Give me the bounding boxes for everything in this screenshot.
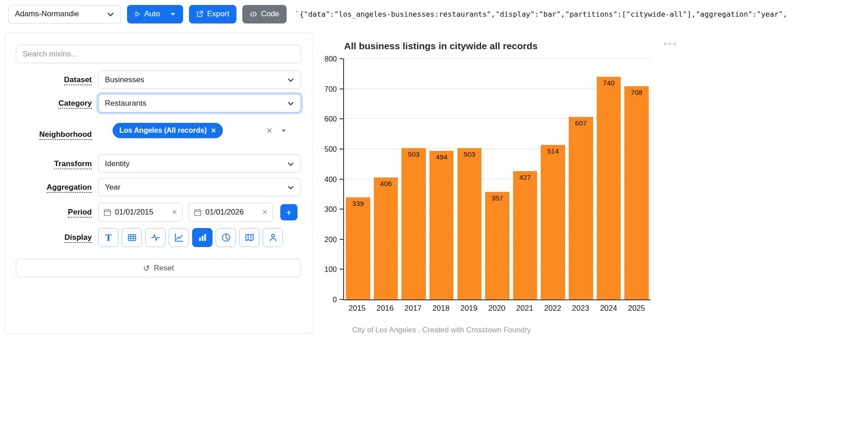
category-select[interactable]: Restaurants [98, 94, 301, 112]
reset-icon: ↺ [143, 263, 150, 273]
bar: 494 [429, 151, 454, 299]
y-axis-label: 700 [324, 84, 337, 93]
caret-down-icon[interactable] [281, 128, 287, 134]
y-axis-label: 300 [324, 205, 337, 214]
bar-value-label: 406 [374, 180, 398, 188]
bar-slot: 740 [595, 59, 623, 299]
person-display-button[interactable] [263, 228, 283, 247]
transform-label: Transform [16, 159, 92, 168]
person-icon [269, 233, 278, 242]
x-axis-label: 2021 [511, 304, 539, 313]
map-display-button[interactable] [239, 228, 259, 247]
chevron-down-icon [287, 100, 294, 107]
query-builder-panel: Dataset Businesses Category Restaurants … [5, 33, 312, 334]
search-input[interactable] [16, 45, 301, 63]
pulse-icon [151, 233, 160, 242]
transform-select[interactable]: Identity [98, 154, 301, 173]
calendar-icon [194, 209, 202, 216]
chip-remove-icon[interactable]: ✕ [211, 127, 216, 134]
chart-caption: City of Los Angeles . Created with Cross… [352, 326, 682, 334]
dataset-row: Dataset Businesses [16, 70, 301, 89]
neighborhood-multiselect[interactable]: Los Angeles (All records) ✕ ✕ [98, 120, 301, 141]
bar: 339 [346, 197, 370, 299]
pulse-display-button[interactable] [145, 228, 165, 247]
text-display-button[interactable]: T [98, 228, 118, 247]
y-axis-label: 600 [324, 115, 337, 123]
x-axis-label: 2019 [455, 304, 483, 313]
aggregation-select-value: Year [105, 183, 120, 192]
auto-button[interactable]: Auto [127, 5, 183, 23]
pie-display-button[interactable] [216, 228, 236, 247]
y-axis-tick [340, 209, 343, 210]
bar-value-label: 607 [569, 119, 593, 127]
y-axis-tick [340, 118, 343, 119]
bar-chart-icon [198, 233, 207, 242]
x-axis-label: 2018 [427, 304, 455, 313]
x-axis-labels: 2015201620172018201920202021202220232024… [343, 304, 651, 313]
calendar-icon [104, 209, 111, 216]
y-axis-tick [340, 269, 343, 270]
code-button[interactable]: Code [242, 5, 287, 23]
dataset-select[interactable]: Businesses [98, 70, 301, 89]
clear-all-icon[interactable]: ✕ [266, 126, 273, 135]
bar-slot: 503 [400, 59, 428, 299]
export-button-label: Export [207, 9, 229, 19]
caret-down-icon [170, 11, 176, 17]
category-row: Category Restaurants [16, 94, 301, 112]
transform-select-value: Identity [105, 159, 130, 168]
aggregation-select[interactable]: Year [98, 178, 301, 196]
y-axis-tick [340, 58, 343, 59]
bar-slot: 406 [372, 59, 400, 299]
reset-button[interactable]: ↺ Reset [16, 259, 301, 277]
auto-button-label: Auto [144, 9, 160, 19]
line-chart-icon [175, 233, 184, 242]
export-icon [196, 10, 203, 18]
y-axis-label: 200 [324, 235, 337, 243]
bar-value-label: 427 [513, 173, 538, 182]
y-axis-tick [340, 179, 343, 180]
neighborhood-selector[interactable]: Adams-Normandie [8, 5, 121, 23]
period-start-input[interactable]: 01/01/2015 ✕ [98, 203, 183, 222]
display-label: Display [16, 233, 92, 242]
query-code-text: `{"data":"los_angeles-businesses:restaur… [292, 10, 868, 19]
code-button-label: Code [261, 9, 279, 19]
chart-plot: 0100200300400500600700800339406503494503… [343, 59, 651, 300]
add-period-button[interactable]: + [280, 204, 297, 220]
x-axis-label: 2023 [566, 304, 594, 313]
chart-title: All business listings in citywide all re… [344, 41, 682, 51]
export-button[interactable]: Export [189, 5, 236, 23]
y-axis-label: 100 [324, 265, 337, 274]
line-chart-display-button[interactable] [169, 228, 189, 247]
chart-menu-button[interactable]: ••• [663, 38, 678, 50]
bar: 503 [458, 148, 482, 299]
x-axis-label: 2020 [483, 304, 511, 313]
pie-icon [222, 233, 231, 242]
chevron-down-icon [287, 160, 294, 168]
neighborhood-row: Neighborhood Los Angeles (All records) ✕… [16, 120, 301, 149]
bar-value-label: 503 [458, 150, 482, 159]
bar: 607 [569, 117, 593, 299]
bar-slot: 514 [539, 59, 567, 299]
period-end-input[interactable]: 01/01/2026 ✕ [189, 203, 273, 222]
y-axis-label: 500 [324, 145, 337, 153]
dataset-label: Dataset [16, 75, 92, 84]
x-axis-label: 2016 [371, 304, 399, 313]
bar-value-label: 514 [541, 147, 565, 155]
aggregation-label: Aggregation [16, 183, 92, 192]
y-axis-label: 400 [324, 175, 337, 183]
neighborhood-chip-label: Los Angeles (All records) [119, 126, 207, 135]
table-display-button[interactable] [122, 228, 142, 247]
bar: 503 [401, 148, 426, 299]
aggregation-row: Aggregation Year [16, 178, 301, 196]
bar-value-label: 357 [485, 194, 509, 202]
neighborhood-chip[interactable]: Los Angeles (All records) ✕ [113, 123, 223, 138]
clear-date-icon[interactable]: ✕ [171, 208, 177, 216]
bar-slot: 607 [567, 59, 595, 299]
bar: 406 [374, 177, 398, 299]
x-axis-label: 2015 [343, 304, 371, 313]
bar-chart-display-button[interactable] [192, 228, 212, 247]
clear-date-icon[interactable]: ✕ [262, 208, 268, 216]
y-axis-tick [340, 89, 343, 89]
dataset-select-value: Businesses [105, 75, 144, 84]
bar: 427 [513, 171, 538, 299]
